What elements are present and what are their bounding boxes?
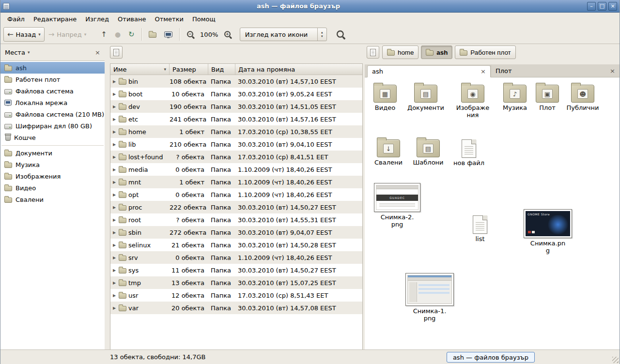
view-mode-select[interactable]: Изглед като икони ▴ ▾ (240, 28, 327, 41)
sidebar-item[interactable]: Кошче (0, 132, 105, 143)
icon-canvas[interactable]: ▦Видео▤Документи◉Изображения♪Музика▣Плот… (365, 77, 620, 349)
table-row[interactable]: ▶srv0 обектаПапка1.10.2009 (чт) 18,40,26… (110, 251, 362, 264)
table-row[interactable]: ▶mnt1 обектПапка1.10.2009 (чт) 18,40,26 … (110, 176, 362, 188)
places-sidebar: Места ▾ × ashРаботен плотФайлова система… (0, 44, 105, 349)
minimize-button[interactable]: – (587, 2, 596, 11)
expander-icon: ▶ (112, 256, 117, 260)
icon-item[interactable]: нов файл (446, 139, 492, 167)
table-row[interactable]: ▶sbin272 обектаПапка30.03.2010 (вт) 9,04… (110, 226, 362, 239)
close-button[interactable]: × (608, 2, 617, 11)
file-date: 30.03.2010 (вт) 14,55,31 EEST (235, 216, 362, 224)
sidebar-item[interactable]: Музика (0, 159, 105, 170)
sidebar-item-label: Музика (16, 161, 40, 168)
menu-item[interactable]: Отиване (113, 13, 150, 25)
resize-grip[interactable] (612, 357, 619, 363)
tab-close-icon[interactable]: × (480, 68, 486, 75)
up-button[interactable]: ↑ (97, 27, 111, 42)
sidebar-item[interactable]: Свалени (0, 194, 105, 205)
sidebar-item-label: Локална мрежа (15, 99, 67, 106)
file-type: Папка (208, 78, 235, 85)
menu-item[interactable]: Файл (3, 13, 29, 25)
stop-button[interactable]: ● (111, 27, 124, 42)
column-header-date[interactable]: Дата на промяна (235, 64, 362, 75)
home-button[interactable] (145, 27, 160, 42)
toolbar: ← Назад ▾ → Напред ▾ ↑ ● ↻ − 100% (0, 25, 620, 44)
sidebar-item[interactable]: Файлова система (0, 85, 105, 97)
sidebar-close-icon[interactable]: × (95, 49, 100, 56)
icon-item[interactable]: ◉Изображения (450, 85, 496, 119)
file-type: Папка (208, 254, 235, 261)
table-row[interactable]: ▶root? обектаПапка30.03.2010 (вт) 14,55,… (110, 213, 362, 226)
sidebar-item[interactable]: Работен плот (0, 74, 105, 85)
sidebar-title[interactable]: Места (5, 49, 25, 56)
reload-button[interactable]: ↻ (124, 27, 139, 42)
table-row[interactable]: ▶boot10 обектаПапка30.03.2010 (вт) 9,05,… (110, 88, 362, 100)
icon-label: list (475, 236, 484, 243)
icon-item[interactable]: ▤Шаблони (405, 139, 451, 167)
menu-item[interactable]: Изглед (81, 13, 113, 25)
tab-close-icon[interactable]: × (610, 68, 615, 74)
menu-item[interactable]: Редактиране (29, 13, 81, 25)
thumbnail: GUADEC (374, 183, 420, 212)
table-row[interactable]: ▶opt0 обектаПапка1.10.2009 (чт) 18,40,26… (110, 188, 362, 201)
icon-item[interactable]: ▤Документи (403, 85, 449, 112)
sidebar-item[interactable]: Шифриран дял (80 GB) (0, 120, 105, 132)
table-row[interactable]: ▶usr12 обектаПапка17.03.2010 (ср) 8,51,4… (110, 289, 362, 302)
menu-item-label: Помощ (192, 15, 216, 23)
reload-icon: ↻ (128, 31, 135, 38)
icon-item[interactable]: GNOME StoreСнимка.png (525, 209, 571, 255)
sidebar-item[interactable]: Изображения (0, 170, 105, 182)
tab-ash[interactable]: ash× (367, 65, 491, 77)
icon-item[interactable]: ☻Публични (559, 85, 606, 112)
icon-item[interactable]: GUADECСнимка-2.png (374, 183, 420, 228)
location-icon-button[interactable] (367, 46, 379, 59)
maximize-button[interactable]: □ (598, 2, 606, 11)
table-row[interactable]: ▶tmp13 обектаПапка30.03.2010 (вт) 15,07,… (110, 276, 362, 289)
forward-button[interactable]: → Напред ▾ (45, 27, 91, 42)
titlebar[interactable]: ash — файлов браузър – □ × (0, 0, 620, 13)
pathbar-button[interactable]: home (382, 46, 418, 59)
table-row[interactable]: ▶home1 обектПапка17.03.2010 (ср) 10,38,5… (110, 125, 362, 138)
sidebar-item[interactable]: Документи (0, 147, 105, 159)
zoom-out-button[interactable]: − (183, 27, 199, 42)
table-row[interactable]: ▶proc222 обектаПапка30.03.2010 (вт) 14,5… (110, 201, 362, 213)
table-row[interactable]: ▶sys11 обектаПапка30.03.2010 (вт) 14,50,… (110, 264, 362, 276)
pathbar-button[interactable]: ash (421, 46, 452, 59)
icon-item[interactable]: list (457, 215, 503, 243)
computer-button[interactable] (160, 27, 176, 42)
column-header-type[interactable]: Вид (208, 64, 235, 75)
sidebar-item[interactable]: ash (0, 62, 105, 74)
folder-icon (4, 77, 12, 83)
taskbar-window-button[interactable]: ash — файлов браузър (447, 352, 535, 363)
back-button[interactable]: ← Назад ▾ (3, 27, 45, 42)
zoom-in-button[interactable]: + (220, 27, 236, 42)
table-row[interactable]: ▶etc241 обектаПапка30.03.2010 (вт) 14,57… (110, 113, 362, 125)
tab-Плот[interactable]: Плот× (491, 65, 620, 77)
column-header-name[interactable]: Име ▾ (110, 64, 170, 75)
pane-splitter[interactable] (105, 44, 108, 349)
table-row[interactable]: ▶var20 обектаПапка30.03.2010 (вт) 14,57,… (110, 302, 362, 314)
icon-item[interactable]: Снимка-1.png (406, 273, 453, 322)
menu-item[interactable]: Отметки (150, 13, 187, 25)
file-type: Папка (208, 153, 235, 161)
sidebar-item[interactable]: Файлова система (210 MB) (0, 108, 105, 120)
table-row[interactable]: ▶lib210 обектаПапка30.03.2010 (вт) 9,04,… (110, 138, 362, 151)
pathbar-button[interactable]: Работен плот (455, 46, 515, 59)
icon-label: Свалени (374, 159, 403, 167)
expander-icon: ▶ (112, 180, 117, 184)
sidebar-item[interactable]: Локална мрежа (0, 97, 105, 108)
table-row[interactable]: ▶selinux21 обектаПапка30.03.2010 (вт) 14… (110, 239, 362, 251)
sidebar-item-label: Шифриран дял (80 GB) (16, 122, 92, 130)
menu-item[interactable]: Помощ (188, 13, 220, 25)
icon-item[interactable]: ▦Видео (365, 85, 408, 112)
location-icon-button[interactable] (110, 46, 123, 59)
table-row[interactable]: ▶media0 обектаПапка1.10.2009 (чт) 18,40,… (110, 163, 362, 176)
search-button[interactable] (333, 27, 349, 42)
column-header-size[interactable]: Размер (170, 64, 208, 75)
table-row[interactable]: ▶dev190 обектаПапка30.03.2010 (вт) 14,51… (110, 100, 362, 113)
sidebar-item[interactable]: Видео (0, 182, 105, 194)
maximize-icon: □ (600, 3, 604, 9)
table-row[interactable]: ▶bin108 обектаПапка30.03.2010 (вт) 14,57… (110, 75, 362, 88)
expander-icon: ▶ (112, 167, 117, 172)
table-row[interactable]: ▶lost+found? обектаПапка17.03.2010 (ср) … (110, 151, 362, 163)
